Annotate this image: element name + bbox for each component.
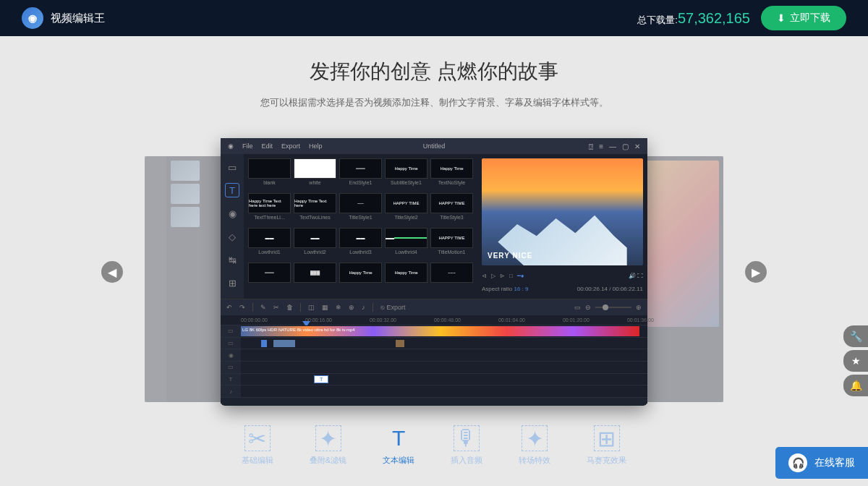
- settings-icon[interactable]: ≡: [599, 142, 603, 150]
- close-icon[interactable]: ✕: [634, 142, 640, 150]
- text-track[interactable]: T: [241, 374, 647, 386]
- template-label: EndStyle1: [349, 180, 373, 185]
- menu-file[interactable]: File: [242, 142, 253, 150]
- pip-clip[interactable]: [273, 340, 295, 347]
- feature-tab[interactable]: ✦叠附&滤镜: [310, 425, 346, 466]
- editor-body: ▭ T ◉ ◇ ↹ ⊞ blankwhite═══EndStyle1Happy …: [221, 154, 647, 299]
- overlay-tool-icon[interactable]: ◇: [225, 229, 239, 244]
- overlay-track[interactable]: [241, 362, 647, 374]
- template-item[interactable]: Happy Time Text here text hereTextThreeL…: [248, 193, 291, 225]
- template-item[interactable]: Happy TimeTextNoStyle: [430, 158, 473, 190]
- timeline-export-button[interactable]: ⎋ Export: [380, 304, 406, 311]
- tool-float-icon[interactable]: 🔧: [843, 325, 868, 347]
- play-icon[interactable]: ▷: [491, 273, 495, 279]
- preview-video[interactable]: VERY NICE: [482, 158, 643, 265]
- filter-track-label: ◉: [221, 349, 241, 362]
- fit-icon[interactable]: ▭: [574, 304, 581, 311]
- tab-icon: ✂: [248, 426, 266, 451]
- template-item[interactable]: ═══: [248, 263, 291, 294]
- prev-frame-icon[interactable]: ⊲: [482, 273, 487, 279]
- download-button[interactable]: ⬇ 立即下载: [761, 6, 846, 30]
- zoom-tool-icon[interactable]: ⊕: [349, 304, 354, 311]
- filter-track[interactable]: [241, 349, 647, 362]
- template-item[interactable]: HAPPY TIMETitleStyle2: [385, 193, 427, 225]
- template-item[interactable]: ~~~: [430, 263, 473, 294]
- template-item[interactable]: Happy TimeSubtitleStyle1: [385, 158, 427, 190]
- next-frame-icon[interactable]: ⊳: [500, 273, 505, 279]
- clip-marker[interactable]: [261, 340, 267, 347]
- text-track-label: T: [221, 374, 241, 386]
- download-icon: ⬇: [777, 12, 786, 24]
- audio-icon[interactable]: ♪: [362, 304, 365, 311]
- preview-timecode: 00:00:26.14 / 00:06:22.11: [577, 286, 643, 292]
- zoom-in-icon[interactable]: ⊕: [636, 304, 642, 311]
- edit-icon[interactable]: ✎: [260, 304, 266, 311]
- template-item[interactable]: ▬▬Lowthrid4: [385, 228, 427, 260]
- filters-tool-icon[interactable]: ◉: [225, 206, 239, 221]
- tool-sidebar: ▭ T ◉ ◇ ↹ ⊞: [221, 154, 244, 299]
- fullscreen-icon[interactable]: ⛶: [637, 273, 643, 279]
- template-thumb: ▬▬: [339, 228, 382, 248]
- menu-export[interactable]: Export: [281, 142, 300, 150]
- star-float-icon[interactable]: ★: [843, 350, 868, 372]
- carousel-prev-button[interactable]: ◀: [101, 261, 123, 283]
- template-thumb: ▓▓▓: [294, 263, 336, 283]
- template-item[interactable]: white: [294, 158, 336, 190]
- template-item[interactable]: HAPPY TIMETitleMotion1: [430, 228, 473, 260]
- zoom-out-icon[interactable]: ⊖: [585, 304, 591, 311]
- crop-icon[interactable]: ◫: [308, 304, 315, 311]
- overlay-track-label: ▭: [221, 362, 241, 374]
- template-item[interactable]: ═══EndStyle1: [339, 158, 382, 190]
- pip-clip-2[interactable]: [396, 340, 404, 347]
- transition-tool-icon[interactable]: ↹: [225, 252, 239, 267]
- text-clip[interactable]: T: [314, 375, 328, 384]
- template-thumb: ▬▬: [248, 228, 291, 248]
- template-label: Lowthrid2: [304, 250, 326, 255]
- menu-edit[interactable]: Edit: [262, 142, 273, 150]
- feature-tab[interactable]: 🎙插入音频: [451, 425, 482, 466]
- elements-tool-icon[interactable]: ⊞: [225, 276, 239, 290]
- template-item[interactable]: blank: [248, 158, 291, 190]
- notify-float-icon[interactable]: 🔔: [843, 375, 868, 396]
- volume-icon[interactable]: 🔊: [629, 273, 636, 279]
- audio-track[interactable]: [241, 385, 647, 398]
- template-item[interactable]: Happy Time: [385, 263, 427, 294]
- template-item[interactable]: HAPPY TIMETitleStyle3: [430, 193, 473, 225]
- template-item[interactable]: ▬▬Lowthrid1: [248, 228, 291, 260]
- template-item[interactable]: ▬▬Lowthrid2: [294, 228, 336, 260]
- template-label: TitleStyle3: [440, 215, 463, 220]
- menu-help[interactable]: Help: [309, 142, 323, 150]
- mosaic-icon[interactable]: ▦: [322, 304, 328, 311]
- tab-label: 基础编辑: [242, 455, 273, 466]
- pip-track[interactable]: [241, 338, 647, 350]
- maximize-icon[interactable]: ▢: [622, 142, 629, 150]
- template-item[interactable]: Happy Time: [339, 263, 382, 294]
- template-item[interactable]: ▓▓▓: [294, 263, 336, 294]
- feature-tab[interactable]: T文本编辑: [383, 425, 414, 466]
- media-tool-icon[interactable]: ▭: [225, 160, 239, 174]
- template-item[interactable]: Happy Time Text hereTextTwoLines: [294, 193, 336, 225]
- template-label: TitleStyle2: [394, 215, 417, 220]
- template-item[interactable]: ──TitleStyle1: [339, 193, 382, 225]
- undo-icon[interactable]: ↶: [226, 304, 232, 311]
- app-icon: ◉: [228, 142, 234, 150]
- tab-label: 马赛克效果: [587, 455, 626, 466]
- zoom-slider[interactable]: [595, 307, 631, 308]
- stop-icon[interactable]: □: [509, 273, 513, 279]
- tab-icon: ✦: [319, 426, 337, 451]
- text-tool-icon[interactable]: T: [225, 183, 239, 197]
- video-track[interactable]: LG 8K 60fps HDR NATURE 8k video ultra hd…: [241, 325, 647, 338]
- cut-icon[interactable]: ✂: [273, 304, 279, 311]
- freeze-icon[interactable]: ❄: [336, 304, 341, 311]
- feature-tab[interactable]: ✂基础编辑: [242, 425, 273, 466]
- feature-tab[interactable]: ⊞马赛克效果: [587, 425, 626, 466]
- video-clip[interactable]: LG 8K 60fps HDR NATURE 8k video ultra hd…: [241, 326, 639, 336]
- minimize-icon[interactable]: —: [609, 142, 616, 150]
- redo-icon[interactable]: ↷: [239, 304, 245, 311]
- template-item[interactable]: ▬▬Lowthrid3: [339, 228, 382, 260]
- delete-icon[interactable]: 🗑: [286, 304, 293, 311]
- carousel-next-button[interactable]: ▶: [745, 261, 767, 283]
- feature-tab[interactable]: ✦转场特效: [519, 425, 550, 466]
- user-icon[interactable]: ⍰: [589, 142, 593, 150]
- customer-service-button[interactable]: 🎧 在线客服: [775, 447, 868, 479]
